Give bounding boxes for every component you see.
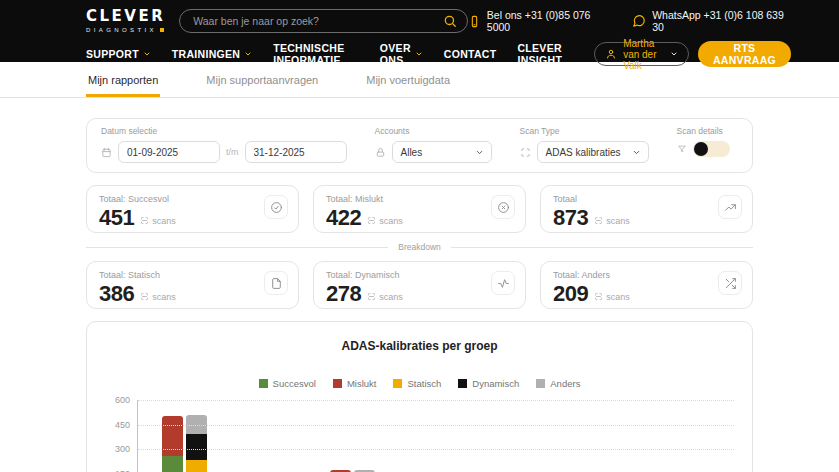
logo-accent-dot <box>160 28 164 32</box>
stat-unit-label: scans <box>606 292 630 302</box>
legend-label: Statisch <box>407 378 441 389</box>
stat-label: Totaal: Anders <box>553 270 740 280</box>
stat-card-mislukt: Totaal: Mislukt 422 scans <box>313 185 526 233</box>
scan-details-filter-group: Scan details <box>677 126 730 163</box>
legend-item-dynamisch: Dynamisch <box>458 378 519 389</box>
nav-item-contact[interactable]: CONTACT <box>444 48 497 60</box>
legend-item-anders: Anders <box>536 378 580 389</box>
stat-unit-label: scans <box>379 216 403 226</box>
scan-mini-icon <box>367 292 376 301</box>
scan-mini-icon <box>367 216 376 225</box>
accounts-select[interactable]: Alles <box>392 141 492 163</box>
chevron-down-icon <box>670 50 678 58</box>
chevron-down-icon <box>475 148 484 157</box>
toggle-knob <box>694 142 708 156</box>
legend-label: Anders <box>550 378 580 389</box>
chart-bars <box>138 400 734 472</box>
legend-item-statisch: Statisch <box>393 378 441 389</box>
logo[interactable]: CLEVER DIAGNOSTIX <box>86 9 165 33</box>
stacked-bar <box>186 415 207 472</box>
segment-statisch <box>186 460 207 472</box>
tab-bar: Mijn rapporten Mijn supportaanvragen Mij… <box>0 62 839 98</box>
check-circle-icon[interactable] <box>264 195 288 219</box>
search-icon[interactable] <box>443 14 457 28</box>
tab-mijn-rapporten[interactable]: Mijn rapporten <box>86 62 160 97</box>
legend-label: Mislukt <box>347 378 377 389</box>
chevron-down-icon <box>244 50 252 58</box>
phone-contact[interactable]: Bel ons +31 (0)85 076 5000 <box>468 9 610 33</box>
accounts-filter-group: Accounts Alles <box>375 126 492 163</box>
accounts-filter-label: Accounts <box>375 126 492 136</box>
scan-type-filter-label: Scan Type <box>520 126 649 136</box>
legend-item-mislukt: Mislukt <box>333 378 377 389</box>
nav-item-clever-insight[interactable]: CLEVER INSIGHT <box>517 42 573 66</box>
scan-frame-icon <box>520 147 531 158</box>
nav-label: SUPPORT <box>86 48 139 60</box>
shuffle-icon[interactable] <box>718 271 742 295</box>
legend-label: Succesvol <box>273 378 316 389</box>
filter-bar: Datum selectie t/m Accounts Alles <box>86 118 753 173</box>
logo-title: CLEVER <box>86 9 165 24</box>
lock-icon <box>375 147 386 158</box>
legend-swatch <box>333 379 342 388</box>
bar-group-1 <box>162 415 207 472</box>
stat-card-statisch: Totaal: Statisch 386 scans <box>86 261 299 309</box>
chart-legend: SuccesvolMisluktStatischDynamischAnders <box>105 378 734 389</box>
scan-details-toggle[interactable] <box>693 141 730 157</box>
stat-label: Totaal: Mislukt <box>326 194 513 204</box>
y-tick-label: 150 <box>115 469 130 472</box>
stat-value: 422 <box>326 207 361 229</box>
y-tick-label: 600 <box>115 395 130 405</box>
stat-unit-label: scans <box>379 292 403 302</box>
whatsapp-icon <box>632 14 646 28</box>
chart-card: ADAS-kalibraties per groep SuccesvolMisl… <box>86 321 753 472</box>
date-from-input[interactable] <box>118 141 220 163</box>
segment-succesvol <box>162 456 183 472</box>
stat-card-succesvol: Totaal: Succesvol 451 scans <box>86 185 299 233</box>
chart-y-axis: 0150300450600 <box>105 400 137 472</box>
scan-type-select[interactable]: ADAS kalibraties <box>537 141 649 163</box>
activity-icon[interactable] <box>491 271 515 295</box>
stat-label: Totaal: Dynamisch <box>326 270 513 280</box>
trend-up-icon[interactable] <box>718 195 742 219</box>
chevron-down-icon <box>143 50 151 58</box>
legend-swatch <box>536 379 545 388</box>
scan-mini-icon <box>140 216 149 225</box>
user-name: Martha van der Valk <box>623 38 664 71</box>
accounts-selected-value: Alles <box>401 147 423 158</box>
nav-label: TRAININGEN <box>172 48 240 60</box>
scan-type-selected-value: ADAS kalibraties <box>546 147 621 158</box>
header: CLEVER DIAGNOSTIX Bel ons +31 (0)85 076 … <box>0 0 839 62</box>
nav-item-support[interactable]: SUPPORT <box>86 48 151 60</box>
user-icon <box>605 48 617 60</box>
stat-unit-label: scans <box>152 292 176 302</box>
logo-subtitle: DIAGNOSTIX <box>86 27 157 33</box>
date-separator: t/m <box>226 147 239 157</box>
x-circle-icon[interactable] <box>491 195 515 219</box>
rts-aanvraag-button[interactable]: RTS AANVRAAG <box>698 41 791 67</box>
whatsapp-contact[interactable]: WhatsApp +31 (0)6 108 639 30 <box>632 9 791 33</box>
search-bar <box>179 9 468 33</box>
document-icon[interactable] <box>264 271 288 295</box>
chart-plot <box>137 400 734 472</box>
user-menu[interactable]: Martha van der Valk <box>594 42 689 66</box>
legend-item-succesvol: Succesvol <box>259 378 316 389</box>
tab-mijn-voertuigdata[interactable]: Mijn voertuigdata <box>364 62 452 97</box>
stat-unit-label: scans <box>152 216 176 226</box>
stat-card-totaal: Totaal 873 scans <box>540 185 753 233</box>
search-input[interactable] <box>193 15 443 27</box>
nav-label: CLEVER INSIGHT <box>517 42 573 66</box>
scan-mini-icon <box>594 216 603 225</box>
gridline <box>138 449 734 450</box>
y-tick-label: 450 <box>115 420 130 430</box>
date-to-input[interactable] <box>245 141 347 163</box>
stat-value: 278 <box>326 283 361 305</box>
legend-swatch <box>458 379 467 388</box>
phone-icon <box>468 15 481 28</box>
nav-item-trainingen[interactable]: TRAININGEN <box>172 48 252 60</box>
phone-label: Bel ons +31 (0)85 076 5000 <box>487 9 610 33</box>
nav-label: CONTACT <box>444 48 497 60</box>
stat-label: Totaal: Succesvol <box>99 194 286 204</box>
tab-mijn-supportaanvragen[interactable]: Mijn supportaanvragen <box>204 62 320 97</box>
scan-mini-icon <box>594 292 603 301</box>
